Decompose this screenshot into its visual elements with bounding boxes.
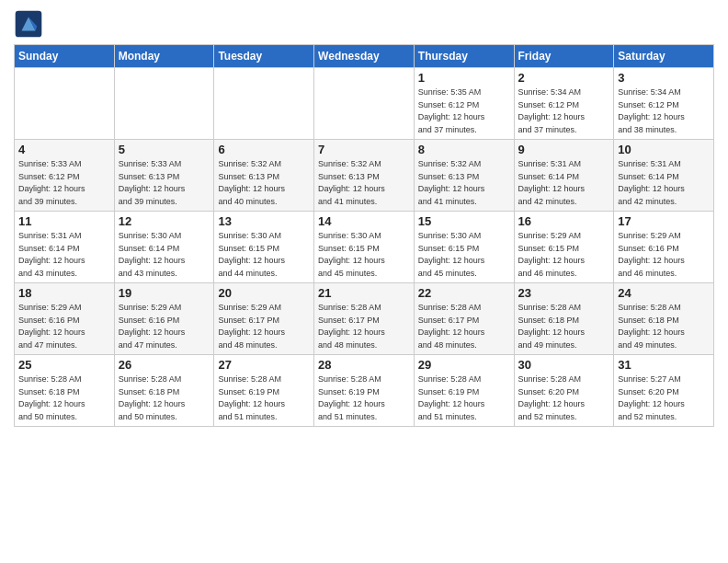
day-number: 5	[119, 143, 210, 156]
header	[14, 9, 714, 39]
calendar-cell	[214, 68, 314, 140]
day-number: 2	[518, 71, 610, 85]
day-number: 14	[318, 214, 410, 228]
day-number: 6	[218, 143, 310, 156]
day-number: 28	[318, 358, 410, 372]
calendar-cell: 8Sunrise: 5:32 AM Sunset: 6:13 PM Daylig…	[414, 140, 514, 212]
day-number: 29	[418, 358, 510, 372]
calendar-cell: 24Sunrise: 5:28 AM Sunset: 6:18 PM Dayli…	[614, 283, 714, 355]
weekday-header-thursday: Thursday	[414, 45, 514, 68]
logo-icon	[14, 9, 43, 39]
day-number: 27	[218, 358, 310, 372]
weekday-header-sunday: Sunday	[15, 45, 115, 68]
weekday-header-friday: Friday	[514, 45, 614, 68]
weekday-header-saturday: Saturday	[614, 45, 714, 68]
calendar-cell: 9Sunrise: 5:31 AM Sunset: 6:14 PM Daylig…	[514, 140, 614, 212]
calendar-cell: 7Sunrise: 5:32 AM Sunset: 6:13 PM Daylig…	[314, 140, 415, 212]
calendar-cell: 6Sunrise: 5:32 AM Sunset: 6:13 PM Daylig…	[214, 140, 314, 212]
calendar-cell	[114, 68, 214, 140]
calendar-cell: 31Sunrise: 5:27 AM Sunset: 6:20 PM Dayli…	[614, 355, 714, 427]
day-number: 10	[618, 143, 710, 156]
day-number: 31	[618, 358, 710, 372]
calendar-cell: 3Sunrise: 5:34 AM Sunset: 6:12 PM Daylig…	[614, 68, 714, 140]
page: SundayMondayTuesdayWednesdayThursdayFrid…	[0, 0, 728, 563]
calendar-cell: 4Sunrise: 5:33 AM Sunset: 6:12 PM Daylig…	[15, 140, 115, 212]
calendar-cell: 30Sunrise: 5:28 AM Sunset: 6:20 PM Dayli…	[514, 355, 614, 427]
day-number: 26	[119, 358, 210, 372]
day-number: 30	[518, 358, 610, 372]
day-number: 16	[518, 214, 610, 228]
day-info: Sunrise: 5:32 AM Sunset: 6:13 PM Dayligh…	[218, 158, 310, 208]
day-info: Sunrise: 5:28 AM Sunset: 6:20 PM Dayligh…	[518, 373, 610, 423]
day-info: Sunrise: 5:29 AM Sunset: 6:16 PM Dayligh…	[618, 230, 710, 280]
calendar-week-3: 11Sunrise: 5:31 AM Sunset: 6:14 PM Dayli…	[15, 212, 714, 283]
day-info: Sunrise: 5:29 AM Sunset: 6:16 PM Dayligh…	[18, 302, 110, 351]
calendar-cell: 28Sunrise: 5:28 AM Sunset: 6:19 PM Dayli…	[314, 355, 415, 427]
weekday-header-monday: Monday	[114, 45, 214, 68]
calendar-cell: 13Sunrise: 5:30 AM Sunset: 6:15 PM Dayli…	[214, 212, 314, 283]
day-number: 20	[218, 286, 310, 300]
calendar-cell: 17Sunrise: 5:29 AM Sunset: 6:16 PM Dayli…	[614, 212, 714, 283]
day-number: 13	[218, 214, 310, 228]
calendar-cell: 15Sunrise: 5:30 AM Sunset: 6:15 PM Dayli…	[414, 212, 514, 283]
calendar: SundayMondayTuesdayWednesdayThursdayFrid…	[14, 44, 714, 427]
calendar-cell: 26Sunrise: 5:28 AM Sunset: 6:18 PM Dayli…	[114, 355, 214, 427]
calendar-cell: 2Sunrise: 5:34 AM Sunset: 6:12 PM Daylig…	[514, 68, 614, 140]
day-number: 15	[418, 214, 510, 228]
day-info: Sunrise: 5:30 AM Sunset: 6:14 PM Dayligh…	[119, 230, 210, 280]
day-info: Sunrise: 5:28 AM Sunset: 6:18 PM Dayligh…	[518, 302, 610, 351]
day-info: Sunrise: 5:33 AM Sunset: 6:13 PM Dayligh…	[119, 158, 210, 208]
day-info: Sunrise: 5:30 AM Sunset: 6:15 PM Dayligh…	[318, 230, 410, 280]
calendar-week-2: 4Sunrise: 5:33 AM Sunset: 6:12 PM Daylig…	[15, 140, 714, 212]
day-number: 4	[18, 143, 110, 156]
day-info: Sunrise: 5:27 AM Sunset: 6:20 PM Dayligh…	[618, 373, 710, 423]
calendar-cell: 11Sunrise: 5:31 AM Sunset: 6:14 PM Dayli…	[15, 212, 115, 283]
calendar-cell	[314, 68, 415, 140]
weekday-header-wednesday: Wednesday	[314, 45, 415, 68]
day-number: 19	[119, 286, 210, 300]
calendar-cell: 25Sunrise: 5:28 AM Sunset: 6:18 PM Dayli…	[15, 355, 115, 427]
day-number: 22	[418, 286, 510, 300]
day-number: 25	[18, 358, 110, 372]
calendar-cell: 12Sunrise: 5:30 AM Sunset: 6:14 PM Dayli…	[114, 212, 214, 283]
calendar-cell: 1Sunrise: 5:35 AM Sunset: 6:12 PM Daylig…	[414, 68, 514, 140]
day-number: 1	[418, 71, 510, 85]
day-info: Sunrise: 5:31 AM Sunset: 6:14 PM Dayligh…	[18, 230, 110, 280]
calendar-cell: 27Sunrise: 5:28 AM Sunset: 6:19 PM Dayli…	[214, 355, 314, 427]
day-number: 11	[18, 214, 110, 228]
calendar-cell: 19Sunrise: 5:29 AM Sunset: 6:16 PM Dayli…	[114, 283, 214, 355]
day-info: Sunrise: 5:33 AM Sunset: 6:12 PM Dayligh…	[18, 158, 110, 208]
calendar-cell: 10Sunrise: 5:31 AM Sunset: 6:14 PM Dayli…	[614, 140, 714, 212]
day-info: Sunrise: 5:28 AM Sunset: 6:19 PM Dayligh…	[418, 373, 510, 423]
calendar-cell: 16Sunrise: 5:29 AM Sunset: 6:15 PM Dayli…	[514, 212, 614, 283]
day-info: Sunrise: 5:28 AM Sunset: 6:18 PM Dayligh…	[618, 302, 710, 351]
day-number: 12	[119, 214, 210, 228]
day-info: Sunrise: 5:32 AM Sunset: 6:13 PM Dayligh…	[418, 158, 510, 208]
calendar-week-1: 1Sunrise: 5:35 AM Sunset: 6:12 PM Daylig…	[15, 68, 714, 140]
day-info: Sunrise: 5:31 AM Sunset: 6:14 PM Dayligh…	[618, 158, 710, 208]
calendar-cell: 14Sunrise: 5:30 AM Sunset: 6:15 PM Dayli…	[314, 212, 415, 283]
day-info: Sunrise: 5:34 AM Sunset: 6:12 PM Dayligh…	[618, 86, 710, 136]
calendar-week-5: 25Sunrise: 5:28 AM Sunset: 6:18 PM Dayli…	[15, 355, 714, 427]
day-number: 8	[418, 143, 510, 156]
calendar-cell: 20Sunrise: 5:29 AM Sunset: 6:17 PM Dayli…	[214, 283, 314, 355]
weekday-header-tuesday: Tuesday	[214, 45, 314, 68]
day-info: Sunrise: 5:28 AM Sunset: 6:18 PM Dayligh…	[119, 373, 210, 423]
day-info: Sunrise: 5:28 AM Sunset: 6:19 PM Dayligh…	[318, 373, 410, 423]
calendar-cell	[15, 68, 115, 140]
day-info: Sunrise: 5:29 AM Sunset: 6:16 PM Dayligh…	[119, 302, 210, 351]
day-info: Sunrise: 5:30 AM Sunset: 6:15 PM Dayligh…	[218, 230, 310, 280]
calendar-cell: 22Sunrise: 5:28 AM Sunset: 6:17 PM Dayli…	[414, 283, 514, 355]
calendar-cell: 21Sunrise: 5:28 AM Sunset: 6:17 PM Dayli…	[314, 283, 415, 355]
day-number: 18	[18, 286, 110, 300]
day-number: 17	[618, 214, 710, 228]
day-number: 21	[318, 286, 410, 300]
day-info: Sunrise: 5:28 AM Sunset: 6:17 PM Dayligh…	[418, 302, 510, 351]
day-info: Sunrise: 5:32 AM Sunset: 6:13 PM Dayligh…	[318, 158, 410, 208]
day-number: 9	[518, 143, 610, 156]
day-info: Sunrise: 5:28 AM Sunset: 6:19 PM Dayligh…	[218, 373, 310, 423]
calendar-cell: 29Sunrise: 5:28 AM Sunset: 6:19 PM Dayli…	[414, 355, 514, 427]
day-info: Sunrise: 5:28 AM Sunset: 6:17 PM Dayligh…	[318, 302, 410, 351]
calendar-cell: 5Sunrise: 5:33 AM Sunset: 6:13 PM Daylig…	[114, 140, 214, 212]
day-info: Sunrise: 5:34 AM Sunset: 6:12 PM Dayligh…	[518, 86, 610, 136]
